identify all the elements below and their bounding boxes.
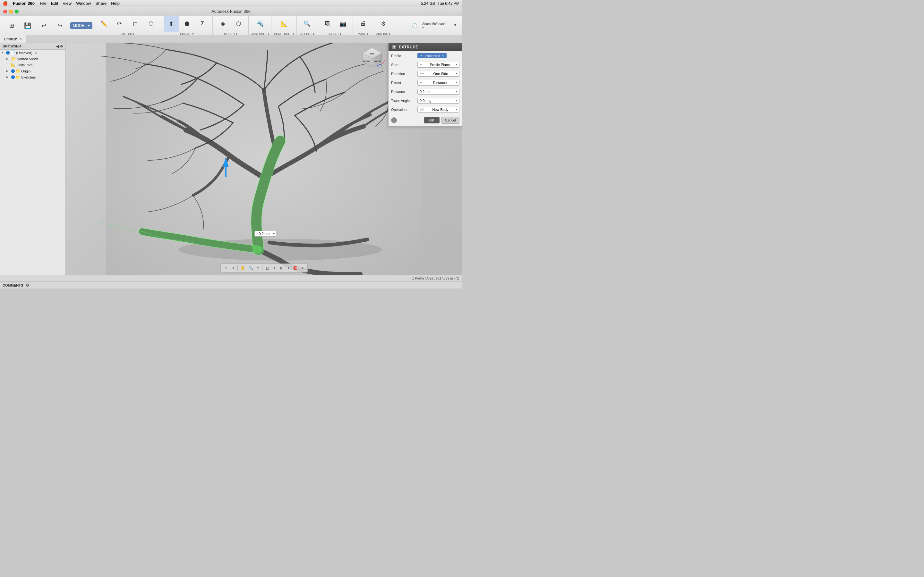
nav-cube[interactable]: TOP FRONT RIGHT x y z [359, 46, 385, 72]
window-controls[interactable] [3, 10, 19, 13]
create-btn2[interactable]: ⬟ [179, 16, 195, 32]
info-button[interactable]: ℹ [391, 117, 397, 123]
svg-text:x: x [384, 59, 385, 61]
start-dropdown-arrow: ▾ [456, 63, 457, 66]
vp-pan-btn[interactable]: ✋ [239, 264, 247, 271]
extrude-panel: ⬆ EXTRUDE Profile ✓ 1 selected ✕ Start [388, 43, 462, 127]
vp-display-dropdown[interactable]: ▾ [272, 264, 277, 271]
account-btn[interactable]: Adam Mcfarland ▾ [422, 18, 448, 34]
maximize-button[interactable] [15, 10, 19, 13]
extrude-btn[interactable]: ⬆ [164, 16, 179, 32]
close-button[interactable] [3, 10, 7, 13]
history-btn[interactable]: 🕐 [409, 18, 420, 34]
taper-dropdown[interactable]: 0.0 deg ▾ [417, 98, 459, 103]
tree-arrow-unsaved: ▼ [1, 51, 5, 54]
help-btn[interactable]: ? [451, 18, 459, 34]
tree-item-named-views[interactable]: ▶ 📁 Named Views [5, 56, 65, 62]
distance-box-icon: ▷ [256, 232, 258, 235]
tree-item-sketches[interactable]: ▶ 🔵 📁 Sketches [5, 74, 65, 80]
tab-untitled[interactable]: Untitled* ✕ [0, 35, 26, 43]
menu-edit[interactable]: Edit [51, 1, 58, 6]
construct-btn[interactable]: 📐 [276, 16, 292, 32]
distance-input[interactable] [259, 232, 272, 235]
collapse-btn[interactable]: ◀ [56, 45, 59, 48]
menu-help[interactable]: Help [111, 1, 120, 6]
tab-bar: Untitled* ✕ [0, 35, 462, 43]
profile-selected-badge[interactable]: ✓ 1 selected ✕ [417, 53, 447, 58]
comments-settings-icon[interactable]: ⚙ [26, 283, 29, 287]
extent-label: Extent [391, 81, 417, 85]
distance-overlay[interactable]: ▷ ▾ [254, 231, 276, 237]
ok-button[interactable]: OK [424, 117, 439, 123]
insert-btn[interactable]: 🖼 [320, 16, 335, 32]
vp-grid-btn[interactable]: ⊞ [278, 264, 286, 271]
menu-items: File Edit View Window Share Help [40, 1, 120, 6]
make-btn[interactable]: 🖨 [355, 16, 371, 32]
create-label: CREATE ▾ [180, 32, 194, 35]
start-dropdown[interactable]: ⊣ Profile Plane ▾ [417, 62, 459, 68]
settings-btn[interactable]: ⚙ [60, 45, 63, 48]
viewport[interactable]: ▷ ▾ [66, 43, 462, 275]
profile-label: Profile [391, 54, 417, 58]
vp-grid-dropdown[interactable]: ▾ [286, 264, 291, 271]
grid-button[interactable]: ⊞ [4, 18, 19, 34]
main-layout: BROWSER ◀ ⚙ ▼ 🔵 📄 (Unsaved) ⚙ ▶ 📁 Named … [0, 43, 462, 275]
menu-view[interactable]: View [63, 1, 71, 6]
units-label: Units: mm [17, 63, 33, 67]
browser-header: BROWSER ◀ ⚙ [0, 43, 65, 50]
vp-cursor-dropdown[interactable]: ▾ [231, 264, 236, 271]
taper-row: Taper Angle 0.0 deg ▾ [389, 96, 462, 105]
vp-snap-dropdown[interactable]: ▾ [300, 264, 305, 271]
distance-dropdown-arrow[interactable]: ▾ [273, 232, 275, 235]
inspect-btn[interactable]: 🔍 [299, 16, 315, 32]
redo-button[interactable]: ↪ [52, 18, 67, 34]
tree-item-unsaved[interactable]: ▼ 🔵 📄 (Unsaved) ⚙ [0, 50, 65, 56]
profile-value: ✓ 1 selected ✕ [417, 53, 459, 58]
extent-dropdown-arrow: ▾ [456, 81, 457, 84]
sketch-btn3[interactable]: ◻ [128, 16, 143, 32]
undo-button[interactable]: ↩ [36, 18, 51, 34]
addins-label: ADD-INS ▾ [376, 32, 391, 35]
distance-panel-dropdown[interactable]: 0.2 mm ▾ [417, 89, 459, 95]
vp-zoom-in-btn[interactable]: 🔍 [247, 264, 255, 271]
sketch-btn[interactable]: ✏️ [96, 16, 111, 32]
insert-btn2[interactable]: 📷 [335, 16, 351, 32]
sketch-label: SKETCH ▾ [120, 32, 134, 35]
menu-file[interactable]: File [40, 1, 47, 6]
svg-line-14 [378, 64, 382, 65]
distance-panel-text: 0.2 mm [420, 90, 431, 93]
tree-arrow-origin: ▶ [6, 69, 10, 73]
save-button[interactable]: 💾 [20, 18, 35, 34]
minimize-button[interactable] [9, 10, 13, 13]
assemble-btn[interactable]: 🔩 [252, 16, 268, 32]
cancel-button[interactable]: Cancel [441, 117, 459, 124]
sketch-btn2[interactable]: ⟳ [112, 16, 128, 32]
vp-cursor-btn[interactable]: ↖ [223, 264, 230, 271]
comments-bar: COMMENTS ⚙ [0, 282, 462, 288]
vp-snap-btn[interactable]: 🧲 [292, 264, 300, 271]
start-row: Start ⊣ Profile Plane ▾ [389, 60, 462, 69]
taper-arrow: ▾ [456, 99, 457, 102]
distance-panel-value: 0.2 mm ▾ [417, 89, 459, 95]
modify-btn[interactable]: ◈ [215, 16, 231, 32]
addins-btn[interactable]: ⚙ [376, 16, 391, 32]
tab-close[interactable]: ✕ [19, 37, 22, 41]
menu-share[interactable]: Share [95, 1, 107, 6]
direction-dropdown[interactable]: ⟺ One Side ▾ [417, 71, 459, 77]
toolbar-left-group: ⊞ 💾 ↩ ↪ [3, 16, 69, 35]
sketch-btn4[interactable]: ⬡ [144, 16, 159, 32]
create-btn3[interactable]: Σ [195, 16, 210, 32]
tree-item-origin[interactable]: ▶ 🔵 📁 Origin [5, 68, 65, 74]
menu-right: 5.24 GB Tue 6:42 PM [421, 1, 459, 6]
vp-zoom-dropdown[interactable]: ▾ [256, 264, 261, 271]
menu-window[interactable]: Window [76, 1, 91, 6]
vp-display-btn[interactable]: ◻ [264, 264, 271, 271]
apple-menu[interactable]: 🍎 [3, 1, 8, 6]
origin-label: Origin [21, 69, 31, 73]
modify-btn2[interactable]: ⬡ [231, 16, 246, 32]
extent-dropdown[interactable]: ⊣ Distance ▾ [417, 80, 459, 85]
distance-panel-arrow: ▾ [456, 90, 457, 93]
operation-dropdown[interactable]: ⬜ New Body ▾ [417, 107, 459, 113]
profile-clear-btn[interactable]: ✕ [441, 54, 444, 57]
model-dropdown[interactable]: MODEL ▾ [70, 22, 92, 29]
